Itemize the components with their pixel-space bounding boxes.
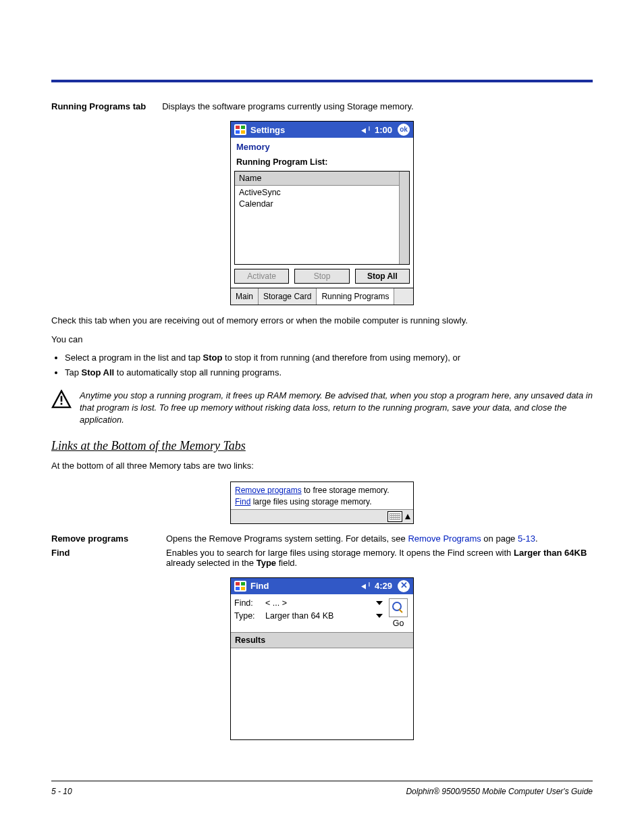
- para-check-tab: Check this tab when you are receiving ou…: [51, 315, 593, 327]
- titlebar-title: Settings: [250, 125, 285, 135]
- close-button[interactable]: ✕: [398, 580, 410, 592]
- scrollbar[interactable]: [399, 172, 409, 264]
- book-title: Dolphin® 9500/9550 Mobile Computer User'…: [406, 787, 593, 796]
- page-footer: 5 - 10 Dolphin® 9500/9550 Mobile Compute…: [51, 781, 593, 796]
- list-header-name: Name: [235, 172, 399, 186]
- remove-programs-label: Remove programs: [51, 533, 166, 544]
- screenshot-find: Find ◀ᛌ 4:29 ✕ Find: < ... >: [230, 577, 414, 740]
- remove-programs-descr: Opens the Remove Programs system setting…: [166, 533, 593, 544]
- running-program-list-label: Running Program List:: [231, 156, 413, 171]
- running-programs-descr: Displays the software programs currently…: [162, 101, 593, 111]
- titlebar-title: Find: [250, 581, 269, 591]
- page-number: 5 - 10: [51, 787, 72, 796]
- stop-all-button[interactable]: Stop All: [355, 269, 410, 284]
- memory-heading: Memory: [231, 138, 413, 156]
- titlebar-settings: Settings ◀ᛌ 1:00 ok: [231, 122, 413, 138]
- screenshot-settings: Settings ◀ᛌ 1:00 ok Memory Running Progr…: [230, 121, 414, 305]
- type-field-value[interactable]: Larger than 64 KB: [265, 611, 372, 621]
- windows-flag-icon: [234, 581, 246, 592]
- chevron-down-icon[interactable]: [376, 601, 383, 605]
- tab-running-programs[interactable]: Running Programs: [317, 288, 394, 305]
- find-descr: Enables you to search for large files us…: [166, 548, 593, 568]
- titlebar-find: Find ◀ᛌ 4:29 ✕: [231, 578, 413, 594]
- tab-main[interactable]: Main: [231, 288, 259, 305]
- list-item[interactable]: Calendar: [239, 199, 395, 210]
- find-field-value[interactable]: < ... >: [265, 598, 372, 608]
- titlebar-time: 1:00: [375, 125, 392, 135]
- list-item[interactable]: ActiveSync: [239, 187, 395, 199]
- bullet-stop-all: Tap Stop All to automatically stop all r…: [65, 367, 593, 379]
- find-label: Find: [51, 548, 166, 568]
- program-listbox[interactable]: Name ActiveSync Calendar: [234, 171, 410, 265]
- running-programs-label: Running Programs tab: [51, 101, 146, 111]
- results-list: [231, 648, 413, 739]
- search-icon[interactable]: [389, 598, 408, 617]
- keyboard-icon[interactable]: [387, 511, 402, 522]
- screenshot-links: Remove programs to free storage memory. …: [230, 481, 414, 524]
- windows-flag-icon: [234, 124, 246, 135]
- svg-rect-1: [61, 396, 63, 402]
- warning-text: Anytime you stop a running program, it f…: [80, 390, 593, 425]
- activate-button[interactable]: Activate: [234, 269, 289, 284]
- para-youcan: You can: [51, 334, 593, 346]
- svg-rect-2: [61, 403, 63, 405]
- stop-button[interactable]: Stop: [294, 269, 349, 284]
- tab-storage-card[interactable]: Storage Card: [259, 288, 317, 305]
- results-heading: Results: [231, 632, 413, 648]
- link-find: Find large files using storage memory.: [235, 496, 409, 508]
- speaker-icon: ◀ᛌ: [361, 125, 372, 135]
- speaker-icon: ◀ᛌ: [361, 581, 372, 591]
- link-remove-programs: Remove programs to free storage memory.: [235, 485, 409, 496]
- bullet-stop: Select a program in the list and tap Sto…: [65, 352, 593, 364]
- chevron-down-icon[interactable]: [376, 614, 383, 618]
- para-links-intro: At the bottom of all three Memory tabs a…: [51, 460, 593, 472]
- titlebar-time: 4:29: [375, 581, 392, 591]
- chevron-up-icon[interactable]: [405, 514, 410, 519]
- find-field-label: Find:: [234, 598, 261, 608]
- warning-icon: [51, 390, 72, 425]
- go-button[interactable]: Go: [387, 619, 410, 628]
- heading-links: Links at the Bottom of the Memory Tabs: [51, 439, 593, 453]
- ok-button[interactable]: ok: [398, 124, 410, 136]
- type-field-label: Type:: [234, 611, 261, 621]
- page-top-rule: [51, 80, 593, 82]
